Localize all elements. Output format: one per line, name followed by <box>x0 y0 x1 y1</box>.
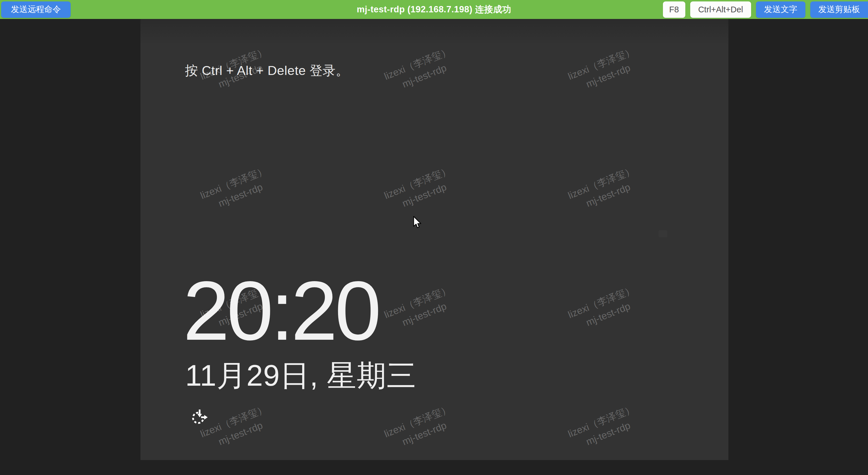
watermark: lizexi（李泽玺）mj-test-rdp <box>382 402 458 454</box>
f8-button[interactable]: F8 <box>663 1 685 18</box>
toolbar-right-group: F8 Ctrl+Alt+Del 发送文字 发送剪贴板 <box>663 1 868 18</box>
send-text-button[interactable]: 发送文字 <box>756 1 805 18</box>
send-remote-command-button[interactable]: 发送远程命令 <box>1 1 71 18</box>
watermark: lizexi（李泽玺）mj-test-rdp <box>382 44 458 96</box>
toolbar: 发送远程命令 mj-test-rdp (192.168.7.198) 连接成功 … <box>0 0 868 19</box>
watermark: lizexi（李泽玺）mj-test-rdp <box>382 282 458 335</box>
send-clipboard-button[interactable]: 发送剪贴板 <box>810 1 868 18</box>
connection-status-title: mj-test-rdp (192.168.7.198) 连接成功 <box>357 3 511 15</box>
watermark: lizexi（李泽玺）mj-test-rdp <box>566 44 642 96</box>
remote-desktop-viewport: 按 Ctrl + Alt + Delete 登录。 20:20 11月29日, … <box>0 19 868 475</box>
watermark: lizexi（李泽玺）mj-test-rdp <box>566 402 642 454</box>
windows-lock-screen[interactable]: 按 Ctrl + Alt + Delete 登录。 20:20 11月29日, … <box>141 19 728 460</box>
watermark: lizexi（李泽玺）mj-test-rdp <box>382 163 458 216</box>
pending-update-clock-icon <box>192 410 210 425</box>
watermark: lizexi（李泽玺）mj-test-rdp <box>566 282 642 335</box>
watermark: lizexi（李泽玺）mj-test-rdp <box>566 163 642 216</box>
ctrl-alt-del-button[interactable]: Ctrl+Alt+Del <box>690 1 751 18</box>
screen-artifact-box <box>659 230 667 237</box>
watermark: lizexi（李泽玺）mj-test-rdp <box>198 163 274 216</box>
lock-instruction-text: 按 Ctrl + Alt + Delete 登录。 <box>185 62 349 79</box>
mouse-cursor-icon <box>413 216 422 230</box>
lock-screen-time: 20:20 <box>183 269 378 353</box>
lock-screen-date: 11月29日, 星期三 <box>185 356 416 396</box>
